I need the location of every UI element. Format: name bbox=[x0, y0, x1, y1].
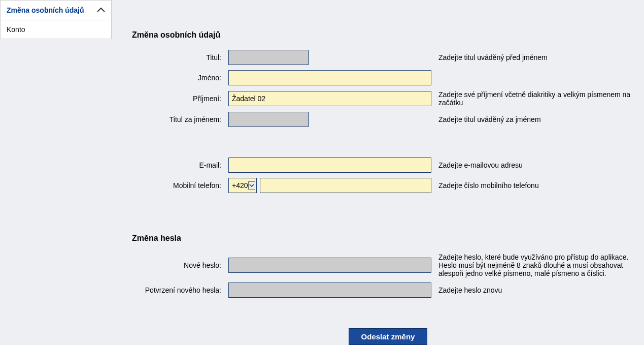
submit-button[interactable]: Odeslat změny bbox=[349, 328, 428, 345]
hint-titul: Zadejte titul uváděný před jménem bbox=[431, 53, 644, 61]
chevron-down-icon bbox=[248, 181, 255, 190]
label-email: E-mail: bbox=[132, 161, 228, 169]
input-email[interactable] bbox=[228, 158, 431, 173]
label-titul: Titul: bbox=[132, 53, 228, 61]
submit-row: Odeslat změny bbox=[132, 328, 644, 345]
sidebar: Změna osobních údajů Konto bbox=[0, 0, 112, 39]
row-email: E-mail: Zadejte e-mailovou adresu bbox=[132, 158, 644, 173]
row-prijmeni: Příjmení: Zadejte své příjmení včetně di… bbox=[132, 90, 644, 107]
section-title-personal: Změna osobních údajů bbox=[132, 30, 644, 40]
input-prijmeni[interactable] bbox=[228, 91, 431, 106]
chevron-up-icon bbox=[97, 6, 105, 15]
label-titul-za: Titul za jménem: bbox=[132, 115, 228, 123]
input-nove-heslo[interactable] bbox=[228, 258, 431, 273]
label-telefon: Mobilní telefon: bbox=[132, 181, 228, 190]
hint-telefon: Zadejte číslo mobilního telefonu bbox=[431, 181, 644, 190]
input-titul-za[interactable] bbox=[228, 112, 309, 127]
input-jmeno[interactable] bbox=[228, 70, 431, 85]
label-nove-heslo: Nové heslo: bbox=[132, 261, 228, 269]
input-titul[interactable] bbox=[228, 50, 309, 65]
input-telefon[interactable] bbox=[260, 178, 431, 193]
row-potvrzeni-hesla: Potvrzení nového hesla: Zadejte heslo zn… bbox=[132, 283, 644, 298]
main-content: Změna osobních údajů Titul: Zadejte titu… bbox=[112, 0, 644, 345]
label-jmeno: Jméno: bbox=[132, 74, 228, 82]
input-potvrzeni-hesla[interactable] bbox=[228, 283, 431, 298]
row-nove-heslo: Nové heslo: Zadejte heslo, které bude vy… bbox=[132, 253, 644, 277]
label-potvrzeni-hesla: Potvrzení nového hesla: bbox=[132, 286, 228, 294]
section-title-password: Změna hesla bbox=[132, 234, 644, 243]
hint-potvrzeni-hesla: Zadejte heslo znovu bbox=[431, 286, 644, 294]
row-telefon: Mobilní telefon: +420 Zadejte číslo mobi… bbox=[132, 178, 644, 193]
sidebar-item-konto[interactable]: Konto bbox=[1, 20, 111, 39]
sidebar-item-label: Změna osobních údajů bbox=[7, 6, 84, 14]
hint-nove-heslo: Zadejte heslo, které bude využíváno pro … bbox=[431, 253, 644, 277]
hint-prijmeni: Zadejte své příjmení včetně diakritiky a… bbox=[431, 90, 644, 107]
hint-titul-za: Zadejte titul uváděný za jménem bbox=[431, 115, 644, 123]
sidebar-item-label: Konto bbox=[7, 25, 25, 34]
row-titul-za: Titul za jménem: Zadejte titul uváděný z… bbox=[132, 112, 644, 127]
label-prijmeni: Příjmení: bbox=[132, 95, 228, 103]
sidebar-item-zmena-udaju[interactable]: Změna osobních údajů bbox=[1, 1, 111, 20]
row-titul: Titul: Zadejte titul uváděný před jménem bbox=[132, 50, 644, 65]
hint-email: Zadejte e-mailovou adresu bbox=[431, 161, 644, 169]
phone-prefix-value: +420 bbox=[232, 181, 248, 190]
phone-prefix-select[interactable]: +420 bbox=[228, 178, 257, 193]
row-jmeno: Jméno: bbox=[132, 70, 644, 85]
